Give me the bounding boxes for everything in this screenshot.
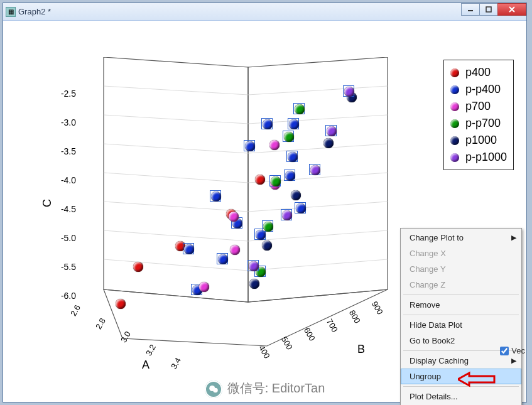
menu-item[interactable]: Hide Data Plot	[401, 317, 521, 333]
legend-label: p1000	[465, 132, 497, 149]
legend[interactable]: p400p-p400p700p-p700p1000p-p1000	[443, 60, 514, 170]
graph-window: ▦ Graph2 * 1	[3, 3, 527, 402]
data-point[interactable]	[323, 138, 334, 148]
menu-item: Change Z	[401, 277, 521, 293]
maximize-button[interactable]	[479, 3, 498, 16]
data-point[interactable]	[244, 140, 255, 151]
svg-marker-21	[458, 373, 494, 386]
window-controls	[462, 3, 526, 16]
data-point[interactable]	[284, 170, 295, 181]
data-point[interactable]	[269, 175, 281, 186]
data-point[interactable]	[295, 202, 306, 213]
data-point[interactable]	[281, 209, 292, 220]
menu-item[interactable]: Plot Details...	[401, 389, 521, 404]
annotation-arrow	[458, 370, 507, 389]
menu-separator	[403, 315, 519, 315]
data-point[interactable]	[286, 151, 298, 162]
legend-item[interactable]: p-p1000	[450, 149, 507, 166]
close-button[interactable]	[497, 3, 526, 16]
legend-label: p400	[465, 64, 491, 81]
data-point[interactable]	[293, 103, 305, 114]
data-point[interactable]	[283, 131, 294, 142]
data-point[interactable]	[183, 243, 194, 254]
menu-item: Change Y	[401, 261, 521, 277]
data-point[interactable]	[217, 253, 228, 264]
svg-point-22	[209, 386, 215, 391]
data-point[interactable]	[199, 282, 209, 292]
vector-checkbox-input[interactable]	[500, 347, 509, 355]
data-point[interactable]	[262, 240, 272, 251]
legend-swatch	[450, 85, 459, 94]
data-point[interactable]	[133, 262, 143, 272]
submenu-arrow-icon: ▶	[511, 357, 516, 365]
legend-swatch	[450, 136, 459, 145]
menu-item[interactable]: Change Plot to▶	[401, 230, 521, 246]
data-point[interactable]	[343, 85, 354, 97]
a-axis-label: A	[142, 359, 149, 372]
legend-item[interactable]: p-p700	[450, 115, 507, 132]
data-point[interactable]	[288, 118, 299, 129]
legend-swatch	[450, 68, 459, 77]
legend-label: p700	[465, 98, 491, 115]
legend-swatch	[450, 119, 459, 128]
plot-area[interactable]: -2.5 -3.0 -3.5 -4.0 -4.5 -5.0 -5.5 -6.0 …	[3, 22, 526, 402]
legend-label: p-p1000	[465, 149, 507, 166]
data-point[interactable]	[325, 125, 337, 136]
data-point[interactable]	[262, 220, 273, 232]
data-point[interactable]	[309, 164, 320, 175]
z-axis-label: C	[41, 199, 54, 207]
menu-item: Change X	[401, 246, 521, 261]
menu-separator	[403, 294, 519, 295]
legend-item[interactable]: p-p400	[450, 81, 507, 98]
data-point[interactable]	[230, 245, 240, 255]
window-icon: ▦	[6, 7, 16, 17]
vector-checkbox[interactable]: Vec	[500, 346, 525, 355]
minimize-button[interactable]	[461, 3, 480, 16]
data-point[interactable]	[291, 190, 301, 200]
legend-item[interactable]: p400	[450, 64, 507, 81]
legend-item[interactable]: p700	[450, 98, 507, 115]
legend-label: p-p700	[465, 115, 501, 132]
legend-swatch	[450, 153, 459, 162]
data-point[interactable]	[210, 190, 221, 202]
data-point[interactable]	[249, 279, 259, 289]
scatter-points[interactable]	[79, 57, 393, 352]
vector-checkbox-label: Vec	[511, 346, 525, 355]
svg-rect-1	[486, 7, 491, 12]
titlebar[interactable]: ▦ Graph2 *	[3, 3, 526, 21]
data-point[interactable]	[269, 140, 280, 150]
legend-item[interactable]: p1000	[450, 132, 507, 149]
wechat-icon	[205, 381, 222, 398]
submenu-arrow-icon: ▶	[511, 234, 516, 242]
data-point[interactable]	[247, 260, 259, 271]
window-title: Graph2 *	[18, 7, 51, 16]
svg-point-23	[213, 388, 218, 393]
menu-item[interactable]: Remove	[401, 297, 521, 313]
legend-label: p-p400	[465, 81, 501, 98]
legend-swatch	[450, 102, 459, 111]
data-point[interactable]	[261, 118, 273, 129]
data-point[interactable]	[116, 299, 126, 309]
data-point[interactable]	[255, 175, 265, 185]
